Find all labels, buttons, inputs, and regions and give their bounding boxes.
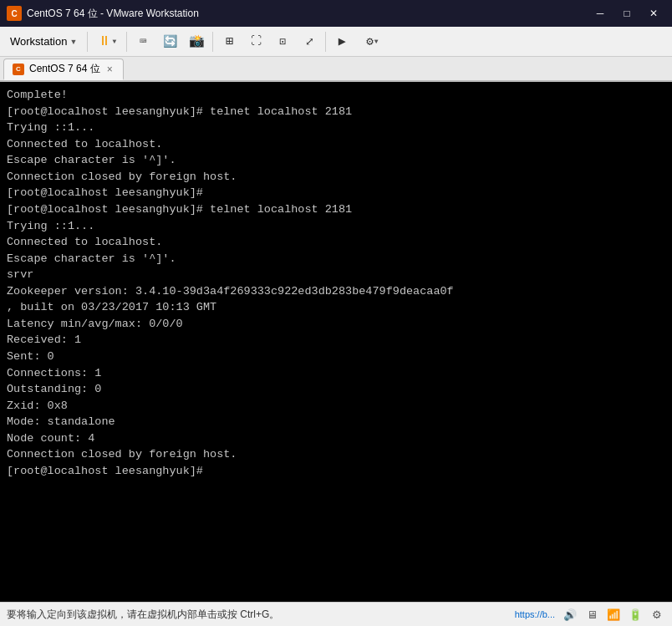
terminal-line: Connections: 1 [7,365,665,382]
menu-separator-2 [126,32,127,52]
status-icon-4[interactable]: 🔋 [627,606,644,623]
send-ctrl-alt-del-button[interactable]: ⌨ [130,30,155,53]
workstation-menu[interactable]: Workstation ▼ [3,30,84,53]
keyboard-icon: ⌨ [140,34,146,48]
menu-separator-4 [325,32,326,52]
status-icons: 🔊 🖥 📶 🔋 ⚙ [562,606,665,623]
status-message: 要将输入定向到该虚拟机，请在虚拟机内部单击或按 Ctrl+G。 [7,608,508,622]
title-bar: C CentOS 7 64 位 - VMware Workstation ─ □… [0,0,672,27]
terminal-line: Received: 1 [7,332,665,349]
menu-separator-3 [212,32,213,52]
tab-centos[interactable]: C CentOS 7 64 位 × [3,59,124,80]
pause-button[interactable]: ⏸ ▼ [91,30,123,53]
console-icon: ▶ [339,33,346,49]
unity-button[interactable]: ⊡ [270,30,295,53]
window-controls: ─ □ ✕ [588,5,665,22]
terminal-line: Mode: standalone [7,414,665,430]
terminal-line: Connection closed by foreign host. [7,169,665,186]
workstation-dropdown-arrow: ▼ [69,38,77,46]
preferences-button[interactable]: ⚙ ▼ [356,30,388,53]
fit-vm-button[interactable]: ⊞ [216,30,242,53]
terminal-line: , built on 03/23/2017 10:13 GMT [7,299,665,316]
menu-separator-1 [87,32,88,52]
fit-vm-icon: ⊞ [226,33,233,49]
status-icon-2[interactable]: 🖥 [583,606,600,623]
terminal-line: [root@localhost leesanghyuk]# [7,463,665,480]
fit-guest-button[interactable]: ⤢ [297,30,322,53]
terminal-line: Zxid: 0x8 [7,398,665,415]
tab-close-button[interactable]: × [105,64,115,75]
menu-bar: Workstation ▼ ⏸ ▼ ⌨ 🔄 📸 ⊞ ⛶ ⊡ ⤢ ▶ ⚙ ▼ [0,27,672,57]
terminal-line: Connected to localhost. [7,234,665,251]
terminal-line: Node count: 4 [7,430,665,447]
tab-vm-icon: C [13,64,24,75]
status-icon-1[interactable]: 🔊 [562,606,578,623]
terminal-line: Escape character is '^]'. [7,251,665,267]
status-bar: 要将输入定向到该虚拟机，请在虚拟机内部单击或按 Ctrl+G。 https://… [0,602,672,626]
power-button[interactable]: 🔄 [157,30,182,53]
pause-icon: ⏸ [98,33,111,49]
close-button[interactable]: ✕ [642,5,665,22]
terminal-line: Trying ::1... [7,218,665,235]
terminal-line: Complete! [7,87,665,104]
terminal-line: Trying ::1... [7,120,665,136]
terminal-line: [root@localhost leesanghyuk]# [7,185,665,201]
full-screen-button[interactable]: ⛶ [243,30,268,53]
app-icon: C [7,6,22,21]
window-title: CentOS 7 64 位 - VMware Workstation [27,7,588,21]
unity-icon: ⊡ [279,35,286,48]
minimize-button[interactable]: ─ [588,5,612,22]
fullscreen-icon: ⛶ [251,35,262,48]
tab-label: CentOS 7 64 位 [29,62,100,76]
terminal-line: Zookeeper version: 3.4.10-39d3a4f269333c… [7,283,665,300]
tab-bar: C CentOS 7 64 位 × [0,57,672,82]
preferences-icon: ⚙ [366,34,373,48]
terminal-line: Latency min/avg/max: 0/0/0 [7,316,665,333]
status-icon-3[interactable]: 📶 [605,606,622,623]
terminal-area[interactable]: Complete![root@localhost leesanghyuk]# t… [0,82,672,602]
terminal-line: [root@localhost leesanghyuk]# telnet loc… [7,201,665,218]
pause-dropdown-arrow: ▼ [112,38,116,45]
terminal-line: Escape character is '^]'. [7,152,665,169]
status-icon-5[interactable]: ⚙ [649,606,665,623]
console-button[interactable]: ▶ [329,30,354,53]
terminal-line: Connection closed by foreign host. [7,446,665,463]
snapshot-button[interactable]: 📸 [184,30,209,53]
terminal-line: Connected to localhost. [7,136,665,153]
terminal-line: Outstanding: 0 [7,381,665,398]
terminal-line: srvr [7,267,665,283]
fit-guest-icon: ⤢ [305,35,314,48]
status-url-hint: https://b... [515,609,555,619]
power-icon: 🔄 [163,34,177,48]
maximize-button[interactable]: □ [615,5,639,22]
terminal-line: [root@localhost leesanghyuk]# telnet loc… [7,104,665,120]
workstation-label: Workstation [10,35,67,48]
snapshot-icon: 📸 [189,33,205,49]
terminal-line: Sent: 0 [7,349,665,365]
preferences-dropdown-arrow: ▼ [374,38,379,45]
